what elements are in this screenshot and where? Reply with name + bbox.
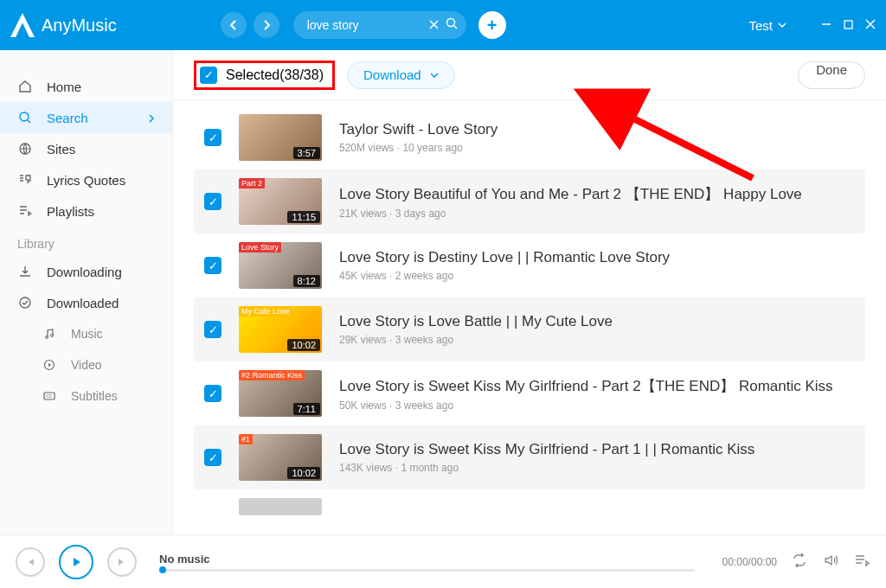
sidebar-sub-video[interactable]: Video xyxy=(0,349,172,380)
result-thumbnail[interactable]: #2 Romantic Kiss7:11 xyxy=(239,370,322,417)
player-play-button[interactable] xyxy=(59,545,93,579)
window-close-button[interactable] xyxy=(865,17,876,33)
result-row[interactable]: ✓ #110:02 Love Story is Sweet Kiss My Gi… xyxy=(194,425,865,489)
chevron-right-icon xyxy=(261,20,272,30)
player-prev-button[interactable] xyxy=(16,547,45,577)
body: Home Search Sites Lyrics Quotes Playlist… xyxy=(0,50,886,534)
result-meta: 29K views · 3 weeks ago xyxy=(339,334,855,346)
add-button[interactable]: + xyxy=(478,11,506,39)
svg-point-2 xyxy=(20,112,29,121)
play-icon xyxy=(69,555,83,569)
row-checkbox[interactable]: ✓ xyxy=(204,193,222,210)
window-maximize-button[interactable] xyxy=(844,17,853,33)
chevron-left-icon xyxy=(228,20,239,30)
sidebar-item-label: Downloaded xyxy=(47,296,119,310)
minimize-icon xyxy=(821,19,831,29)
svg-text:CC: CC xyxy=(46,393,53,399)
result-meta: 50K views · 3 weeks ago xyxy=(339,399,855,412)
test-menu[interactable]: Test xyxy=(748,18,786,33)
lyrics-icon xyxy=(17,173,33,187)
player-bar: No music 00:00/00:00 xyxy=(0,534,886,588)
duration-badge: 10:02 xyxy=(287,339,320,351)
duration-badge: 10:02 xyxy=(287,467,320,479)
skip-back-icon xyxy=(24,556,36,568)
search-clear-button[interactable] xyxy=(429,17,439,33)
window-controls xyxy=(821,17,876,33)
sidebar-item-search[interactable]: Search xyxy=(0,102,172,133)
window-minimize-button[interactable] xyxy=(821,17,831,33)
svg-point-6 xyxy=(51,335,54,337)
globe-icon xyxy=(17,142,33,156)
sidebar-item-label: Playlists xyxy=(47,204,94,219)
progress-handle[interactable] xyxy=(159,566,166,573)
result-row[interactable]: ✓ 3:57 Taylor Swift - Love Story 520M vi… xyxy=(194,105,865,169)
result-thumbnail[interactable]: Love Story8:12 xyxy=(239,242,322,289)
result-row[interactable] xyxy=(194,489,865,524)
result-title: Love Story Beautiful of You and Me - Par… xyxy=(339,184,855,204)
volume-icon xyxy=(822,552,839,569)
sidebar-item-label: Downloading xyxy=(47,265,122,279)
skip-forward-icon xyxy=(116,556,128,568)
sidebar-item-downloading[interactable]: Downloading xyxy=(0,256,172,287)
result-info: Love Story is Destiny Love | | Romantic … xyxy=(339,249,855,282)
plus-icon: + xyxy=(487,16,498,35)
result-info: Love Story Beautiful of You and Me - Par… xyxy=(339,184,855,220)
sidebar-sub-music[interactable]: Music xyxy=(0,318,172,349)
result-info: Love Story is Sweet Kiss My Girlfriend -… xyxy=(339,441,855,474)
titlebar: AnyMusic + Test xyxy=(0,0,886,50)
search-submit-button[interactable] xyxy=(446,17,458,33)
result-row[interactable]: ✓ Part 211:15 Love Story Beautiful of Yo… xyxy=(194,169,865,233)
sidebar-item-home[interactable]: Home xyxy=(0,71,172,102)
result-thumbnail[interactable]: Part 211:15 xyxy=(239,178,322,225)
sidebar-item-playlists[interactable]: Playlists xyxy=(0,195,172,227)
repeat-icon xyxy=(791,552,808,569)
download-icon xyxy=(17,265,33,278)
player-repeat-button[interactable] xyxy=(791,552,808,572)
home-icon xyxy=(17,80,33,93)
sidebar: Home Search Sites Lyrics Quotes Playlist… xyxy=(0,50,173,534)
select-all-checkbox[interactable]: ✓ xyxy=(200,67,217,84)
select-all-group: ✓ Selected(38/38) xyxy=(194,61,335,90)
done-button-label: Done xyxy=(816,62,847,77)
sidebar-item-downloaded[interactable]: Downloaded xyxy=(0,287,172,318)
nav-back-button[interactable] xyxy=(221,12,247,38)
queue-icon xyxy=(853,552,870,569)
download-button[interactable]: Download xyxy=(347,61,455,89)
results-list[interactable]: ✓ 3:57 Taylor Swift - Love Story 520M vi… xyxy=(173,100,886,534)
result-row[interactable]: ✓ Love Story8:12 Love Story is Destiny L… xyxy=(194,233,865,297)
sidebar-item-label: Sites xyxy=(47,142,75,157)
result-meta: 45K views · 2 weeks ago xyxy=(339,270,855,282)
done-button[interactable]: Done xyxy=(798,61,865,89)
result-thumbnail[interactable]: 3:57 xyxy=(239,114,322,161)
test-menu-label: Test xyxy=(748,18,773,33)
row-checkbox[interactable]: ✓ xyxy=(204,449,222,466)
result-title: Love Story is Love Battle | | My Cute Lo… xyxy=(339,313,855,330)
result-meta: 21K views · 3 days ago xyxy=(339,208,855,220)
row-checkbox[interactable]: ✓ xyxy=(204,129,222,146)
svg-point-4 xyxy=(20,297,30,308)
result-row[interactable]: ✓ My Cute Love10:02 Love Story is Love B… xyxy=(194,297,865,361)
row-checkbox[interactable]: ✓ xyxy=(204,321,222,338)
player-progress-bar[interactable] xyxy=(159,569,695,572)
check-circle-icon xyxy=(17,296,33,310)
sidebar-item-lyrics[interactable]: Lyrics Quotes xyxy=(0,164,172,195)
sidebar-item-sites[interactable]: Sites xyxy=(0,133,172,164)
close-icon xyxy=(865,19,876,29)
player-volume-button[interactable] xyxy=(822,552,839,572)
result-thumbnail[interactable] xyxy=(239,498,322,515)
player-next-button[interactable] xyxy=(107,547,137,577)
result-thumbnail[interactable]: My Cute Love10:02 xyxy=(239,306,322,353)
duration-badge: 3:57 xyxy=(293,147,320,159)
row-checkbox[interactable]: ✓ xyxy=(204,385,222,402)
app-name: AnyMusic xyxy=(42,16,117,35)
player-queue-button[interactable] xyxy=(853,552,870,572)
result-title: Taylor Swift - Love Story xyxy=(339,121,855,138)
result-row[interactable]: ✓ #2 Romantic Kiss7:11 Love Story is Swe… xyxy=(194,361,865,425)
result-thumbnail[interactable]: #110:02 xyxy=(239,434,322,481)
search-wrap xyxy=(293,11,466,39)
search-icon xyxy=(17,111,33,125)
search-input[interactable] xyxy=(293,11,466,39)
row-checkbox[interactable]: ✓ xyxy=(204,257,222,274)
sidebar-sub-subtitles[interactable]: CC Subtitles xyxy=(0,380,172,412)
nav-forward-button[interactable] xyxy=(254,12,279,38)
